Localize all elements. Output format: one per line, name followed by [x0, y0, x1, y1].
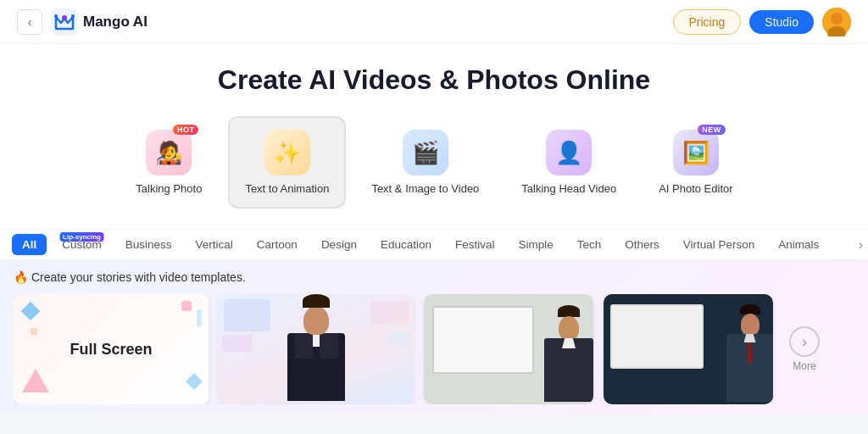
hot-badge: HOT — [173, 125, 199, 135]
template-card-1[interactable]: Full Screen — [14, 294, 209, 404]
feature-cards: 🧑‍🎤 HOT Talking Photo ✨ Text to Animatio… — [17, 116, 851, 209]
pricing-button[interactable]: Pricing — [673, 9, 742, 35]
deco-shape-diamond — [186, 373, 203, 390]
header-right: Pricing Studio — [673, 8, 852, 36]
category-tab-design[interactable]: Design — [309, 230, 369, 259]
header: ‹ Mango AI Pricing Studio — [0, 0, 868, 44]
bg-deco-3 — [370, 301, 409, 325]
template-card-2[interactable] — [219, 294, 414, 404]
bg-deco-4 — [387, 331, 410, 347]
bg-deco-1 — [224, 299, 270, 331]
person-3 — [544, 305, 593, 404]
feature-card-text-image-video[interactable]: 🎬 Text & Image to Video — [354, 116, 496, 209]
template-card-3[interactable] — [424, 294, 593, 404]
feature-card-talking-photo[interactable]: 🧑‍🎤 HOT Talking Photo — [118, 116, 220, 209]
category-tab-vertical[interactable]: Vertical — [184, 230, 245, 259]
whiteboard-3 — [432, 306, 534, 374]
hero-section: Create AI Videos & Photos Online 🧑‍🎤 HOT… — [0, 44, 868, 229]
photo-editor-icon: 🖼️ NEW — [673, 130, 719, 175]
deco-shape-tr — [181, 301, 192, 311]
text-image-video-icon: 🎬 — [403, 130, 448, 175]
svg-point-5 — [831, 13, 843, 25]
talking-photo-icon: 🧑‍🎤 HOT — [146, 130, 192, 175]
person-4 — [726, 304, 773, 404]
hero-title: Create AI Videos & Photos Online — [17, 64, 851, 96]
main-content: 🔥 Create your stories with video templat… — [0, 260, 868, 415]
svg-point-2 — [54, 14, 58, 18]
new-badge: NEW — [698, 125, 726, 135]
deco-shape-sm — [31, 328, 37, 335]
person-figure — [287, 294, 345, 404]
full-screen-text: Full Screen — [70, 341, 152, 359]
scroll-right-button[interactable]: › — [837, 230, 868, 259]
more-label: More — [793, 360, 815, 372]
feature-card-talking-head[interactable]: 👤 Talking Head Video — [504, 116, 633, 209]
category-tab-all[interactable]: All — [12, 234, 47, 255]
category-tab-simple[interactable]: Simple — [506, 230, 565, 259]
deco-shape-tl — [21, 302, 41, 321]
text-image-video-label: Text & Image to Video — [371, 182, 479, 195]
more-button[interactable]: › More — [783, 294, 826, 404]
content-banner: 🔥 Create your stories with video templat… — [14, 270, 246, 284]
lip-sync-badge: Lip-syncing — [59, 232, 104, 242]
text-to-animation-icon: ✨ — [264, 130, 310, 175]
whiteboard-4 — [610, 304, 704, 369]
category-tab-business[interactable]: Business — [114, 230, 184, 259]
studio-button[interactable]: Studio — [749, 10, 814, 34]
more-circle-icon: › — [789, 326, 820, 357]
talking-head-icon: 👤 — [546, 130, 592, 175]
category-bar: All Lip-syncing Custom Business Vertical… — [0, 229, 868, 260]
template-card-4[interactable] — [604, 294, 773, 404]
bg-deco-2 — [222, 335, 252, 352]
text-to-animation-label: Text to Animation — [245, 182, 329, 195]
talking-head-label: Talking Head Video — [521, 182, 616, 195]
category-tab-cartoon[interactable]: Cartoon — [245, 230, 309, 259]
talking-photo-label: Talking Photo — [136, 182, 202, 195]
category-tab-animals[interactable]: Animals — [766, 230, 831, 259]
feature-card-photo-editor[interactable]: 🖼️ NEW AI Photo Editor — [642, 116, 749, 209]
category-tab-others[interactable]: Others — [613, 230, 671, 259]
svg-point-1 — [62, 15, 67, 20]
back-button[interactable]: ‹ — [17, 9, 42, 35]
deco-triangle — [22, 369, 49, 392]
category-tab-tech[interactable]: Tech — [565, 230, 614, 259]
template-grid: Full Screen — [14, 294, 854, 404]
logo: Mango AI — [51, 8, 147, 36]
svg-point-3 — [71, 14, 75, 18]
header-left: ‹ Mango AI — [17, 8, 147, 36]
photo-editor-label: AI Photo Editor — [659, 182, 732, 195]
category-tab-education[interactable]: Education — [369, 230, 443, 259]
content-header: 🔥 Create your stories with video templat… — [14, 270, 854, 284]
feature-card-text-to-animation[interactable]: ✨ Text to Animation — [228, 116, 346, 209]
category-tab-virtual-person[interactable]: Virtual Person — [671, 230, 767, 259]
logo-text: Mango AI — [83, 14, 147, 31]
category-tab-custom[interactable]: Lip-syncing Custom — [50, 230, 114, 259]
logo-icon — [51, 8, 78, 36]
avatar[interactable] — [822, 8, 851, 36]
deco-shape-right — [197, 309, 202, 326]
category-tab-festival[interactable]: Festival — [443, 230, 507, 259]
